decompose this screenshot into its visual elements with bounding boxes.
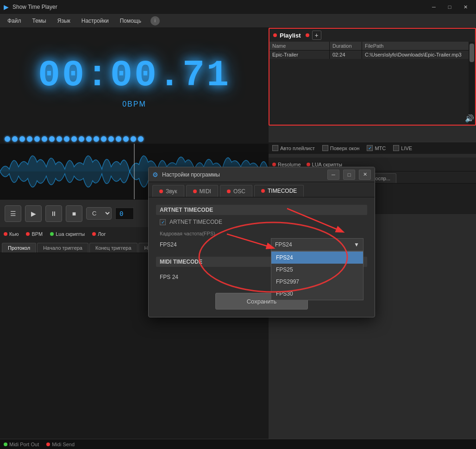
fps-option-2997[interactable]: FPS2997 [271, 276, 363, 288]
dialog-titlebar: ⚙ Настройки программы ─ □ ✕ [149, 167, 375, 182]
timer-display: 00:00.71 0BPM [0, 28, 269, 134]
play-btn[interactable]: ▶ [25, 205, 42, 222]
midi-send-dot [46, 443, 50, 446]
fps-row: FPS24 FPS24 ▼ FPS24 FPS25 FPS2997 FPS30 [156, 238, 367, 251]
bpm-dot [26, 232, 30, 236]
dialog-tab-osc[interactable]: OSC [220, 185, 252, 197]
dialog-tab-timecode[interactable]: TIMECODE [254, 185, 304, 197]
led-18 [131, 136, 136, 142]
menu-settings[interactable]: Настройки [76, 16, 114, 26]
fps-option-30[interactable]: FPS30 [271, 288, 363, 300]
window-controls: ─ □ ✕ [427, 2, 472, 12]
volume-icon: 🔊 [465, 114, 474, 123]
cb-ontop-box[interactable] [322, 145, 328, 151]
close-button[interactable]: ✕ [458, 2, 472, 12]
dialog-tabs: Звук MIDI OSC TIMECODE [149, 182, 375, 197]
app-title: Show Time Player [13, 4, 423, 10]
cb-live-box[interactable] [393, 145, 399, 151]
log-indicator: Лог [92, 231, 106, 237]
fps-option-24[interactable]: FPS24 [271, 252, 363, 264]
maximize-button[interactable]: □ [443, 2, 457, 12]
row-0-duration: 02:24 [330, 51, 362, 59]
playlist-add-dot [306, 33, 309, 37]
bpm-label: BPM [31, 231, 43, 237]
tab-start-trigger[interactable]: Начало триггера [37, 243, 88, 253]
tab-protocol[interactable]: Протокол [2, 243, 36, 253]
checkboxes-row: Авто плейлист Поверх окон ✓ МТС LIVE [269, 142, 476, 154]
cb-ontop[interactable]: Поверх окон [322, 145, 360, 151]
playlist-btn[interactable]: ☰ [5, 205, 21, 222]
chevron-down-icon: ▼ [354, 241, 359, 248]
artnet-checkbox[interactable]: ✓ [160, 219, 166, 225]
playlist-row-0[interactable]: Epic-Trailer 02:24 C:\Users\slyfo\Downlo… [269, 51, 475, 59]
lua-label: Lua скрипты [56, 231, 85, 237]
col-filepath: FilePath [362, 42, 475, 50]
timecode-dot [261, 189, 265, 193]
cb-autoplaylist[interactable]: Авто плейлист [272, 145, 315, 151]
timecode-label: TIMECODE [268, 188, 297, 194]
sound-dot [159, 190, 163, 193]
minimize-button[interactable]: ─ [427, 2, 441, 12]
led-4 [27, 136, 32, 142]
led-13 [94, 136, 99, 142]
midi-out-indicator: Midi Port Out [4, 442, 39, 447]
cb-mtc-box[interactable]: ✓ [367, 145, 373, 151]
led-11 [79, 136, 84, 142]
menu-help[interactable]: Помощь [114, 16, 147, 26]
cb-live[interactable]: LIVE [393, 145, 412, 151]
led-12 [86, 136, 92, 142]
cb-live-label: LIVE [401, 145, 412, 151]
bpm-display: 0BPM [122, 100, 146, 108]
pause-btn[interactable]: ⏸ [45, 205, 62, 222]
lua-indicator: Lua скрипты [50, 231, 85, 237]
cb-mtc[interactable]: ✓ МТС [367, 145, 386, 151]
dialog-minimize-btn[interactable]: ─ [327, 170, 339, 180]
playlist-title: Playlist [280, 32, 301, 39]
dialog-tab-midi[interactable]: MIDI [186, 185, 218, 197]
led-3 [19, 136, 25, 142]
tab-end-trigger[interactable]: Конец триггера [89, 243, 138, 253]
key-selector[interactable]: CC#D [86, 207, 112, 220]
lua-right-dot [307, 163, 310, 166]
stop-btn[interactable]: ■ [66, 205, 82, 222]
bottom-bar: Midi Port Out Midi Send [0, 439, 476, 449]
osc-dot [227, 190, 231, 193]
midi-tab-dot [193, 190, 197, 193]
led-2 [12, 136, 18, 142]
playlist-table-header: Name Duration FilePath [269, 42, 475, 51]
midi-out-dot [4, 443, 7, 446]
lua-right-label: LUA скрипты [312, 162, 342, 167]
settings-dialog: ⚙ Настройки программы ─ □ ✕ Звук MIDI OS… [148, 167, 375, 317]
resolume-indicator: Resolume [272, 162, 301, 167]
menu-file[interactable]: Файл [2, 16, 27, 26]
playlist-add-btn[interactable]: + [312, 31, 321, 40]
app-logo: i [150, 16, 160, 25]
led-10 [71, 136, 77, 142]
osc-label: OSC [233, 188, 245, 195]
led-1 [5, 136, 10, 142]
menubar: Файл Темы Язык Настройки Помощь i [0, 14, 476, 28]
cue-dot [4, 232, 7, 236]
led-5 [34, 136, 40, 142]
bpm-indicator: BPM [26, 231, 43, 237]
playlist-scrollbar[interactable] [469, 42, 475, 125]
cb-mtc-label: МТС [375, 145, 386, 151]
led-19 [138, 136, 144, 142]
row-0-path: C:\Users\slyfo\Downloads\Epic-Trailer.mp… [362, 51, 475, 59]
led-15 [108, 136, 114, 142]
menu-language[interactable]: Язык [52, 16, 76, 26]
dialog-close-btn[interactable]: ✕ [359, 170, 371, 180]
led-16 [116, 136, 121, 142]
cb-autoplaylist-box[interactable] [272, 145, 278, 151]
fps-sublabel: Кадровая частота(FPS) [156, 231, 367, 238]
fps-dropdown-list: FPS24 FPS25 FPS2997 FPS30 [271, 251, 363, 300]
cue-indicator: Кью [4, 231, 19, 237]
log-label: Лог [98, 231, 106, 237]
fps-dropdown-btn[interactable]: FPS24 ▼ [271, 238, 363, 251]
menu-themes[interactable]: Темы [27, 16, 52, 26]
resolume-dot [272, 163, 276, 166]
dialog-maximize-btn[interactable]: □ [343, 170, 355, 180]
dialog-tab-sound[interactable]: Звук [152, 185, 184, 197]
playlist-status-dot [273, 33, 277, 37]
fps-option-25[interactable]: FPS25 [271, 264, 363, 276]
